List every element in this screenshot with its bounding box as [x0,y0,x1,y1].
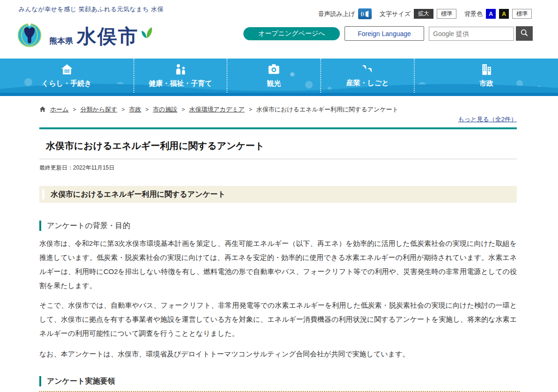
sub-heading-implementation: アンケート実施要領 [39,376,517,386]
nav-label: くらし・手続き [42,79,91,88]
font-size-label: 文字サイズ [380,10,411,18]
camera-icon [268,64,280,77]
bg-color-standard-button[interactable]: 標準 [512,9,532,19]
nav-item-kenko[interactable]: 健康・福祉・子育て [133,59,227,93]
site-header: みんなが幸せを感じ 笑顔あふれる元気なまち 水俣 熊本県 水俣市 音声読み上げ [0,0,558,59]
heading-bar [39,221,41,231]
speaker-icon[interactable] [358,8,372,19]
font-size-large-button[interactable]: 拡大 [414,9,433,19]
teal-divider [39,127,517,129]
paragraph-1: 水俣市は、令和2年に第3次水俣市環境基本計画を策定し、再生可能エネルギー（以下、… [39,237,517,293]
header-actions: オープニングページへ Foreign Language [243,26,533,41]
home-icon [39,106,46,114]
site-logo[interactable]: 熊本県 水俣市 [15,21,153,52]
paragraph-2: そこで、水俣市では、自動車やバス、フォークリフト、非常用発電等での水素エネルギー… [39,298,517,340]
breadcrumb-link-facilities[interactable]: 市の施設 [153,105,177,114]
breadcrumb-link-category[interactable]: 分類から探す [81,105,117,114]
birds-icon [360,64,374,76]
sub-heading-label: アンケートの背景・目的 [47,221,130,231]
sub-heading-background-purpose: アンケートの背景・目的 [39,221,517,231]
nav-item-sangyo[interactable]: 産業・しごと [320,59,414,93]
breadcrumb-separator: > [182,106,185,113]
nav-items: くらし・手続き 健康・福祉・子育て [0,59,558,93]
search-input[interactable] [429,27,514,41]
tts-label: 音声読み上げ [318,10,355,18]
paragraph-3: なお、本アンケートは、水俣市、環境省及びデロイトトーマツコンサルティング合同会社… [39,347,517,361]
bg-color-label: 背景色 [464,10,483,18]
foreign-language-button[interactable]: Foreign Language [345,26,424,41]
nav-item-shisei[interactable]: 市政 [414,59,558,93]
search-button[interactable] [516,26,533,41]
breadcrumb: ホーム > 分類から探す > 市政 > 市の施設 > 水俣環境アカデミア > 水… [39,105,558,114]
breadcrumb-current: 水俣市におけるエネルギー利用に関するアンケート [256,105,398,114]
leaf-sprout-icon [140,25,153,41]
building-icon [480,64,492,77]
nav-label: 産業・しごと [346,79,389,88]
house-icon [61,64,73,77]
title-divider [39,159,517,159]
breadcrumb-link-shisei[interactable]: 市政 [129,105,141,114]
bg-color-black-button[interactable]: A [499,9,509,19]
page-title: 水俣市におけるエネルギー利用に関するアンケート [39,140,517,152]
more-row: もっと見る（全2件） [39,115,517,124]
nav-bottom-strip [0,93,558,96]
breadcrumb-separator: > [73,106,76,113]
main-content: 水俣市におけるエネルギー利用に関するアンケート 最終更新日：2022年11月15… [39,140,517,386]
breadcrumb-separator: > [122,106,125,113]
font-size-standard-button[interactable]: 標準 [437,9,456,19]
nav-item-kurashi[interactable]: くらし・手続き [0,59,133,93]
nav-label: 健康・福祉・子育て [149,79,212,88]
breadcrumb-separator: > [249,106,252,113]
family-icon [174,64,187,77]
site-search [429,26,533,41]
heading-bar [39,376,41,386]
nav-label: 市政 [479,79,493,88]
breadcrumb-link-academia[interactable]: 水俣環境アカデミア [189,105,245,114]
opening-page-button[interactable]: オープニングページへ [243,27,340,40]
nav-label: 観光 [267,79,281,88]
breadcrumb-link-home[interactable]: ホーム [50,105,69,114]
global-nav: くらし・手続き 健康・福祉・子育て [0,59,558,96]
last-updated: 最終更新日：2022年11月15日 [39,164,517,172]
city-emblem-icon [15,21,44,52]
bg-color-blue-button[interactable]: A [486,9,496,19]
city-name-label: 水俣市 [77,23,139,50]
breadcrumb-separator: > [146,106,149,113]
see-more-link[interactable]: もっと見る（全2件） [458,116,517,123]
site-tagline: みんなが幸せを感じ 笑顔あふれる元気なまち 水俣 [19,5,164,14]
nav-item-kanko[interactable]: 観光 [227,59,320,93]
sub-heading-label: アンケート実施要領 [47,377,115,386]
search-icon [520,29,529,38]
accessibility-toolbar: 音声読み上げ 文字サイズ 拡大 標準 背景色 A A 標準 [313,8,532,19]
prefecture-label: 熊本県 [49,36,73,46]
section-heading: 水俣市におけるエネルギー利用に関するアンケート [39,186,517,203]
